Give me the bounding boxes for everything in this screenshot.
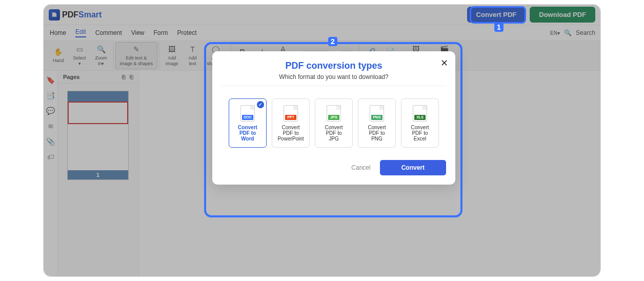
select-icon: ▭ bbox=[74, 45, 85, 54]
thumb-page-number: 1 bbox=[68, 170, 128, 179]
rail-bookmark2-icon[interactable]: 🏷 bbox=[47, 153, 54, 161]
edit-icon: ✎ bbox=[131, 45, 142, 54]
modal-title: PDF conversion types bbox=[222, 61, 446, 71]
page-remove-icon[interactable]: ⎗ bbox=[130, 74, 133, 80]
file-icon-jpg: JPG bbox=[327, 105, 341, 122]
modal-actions: Cancel Convert bbox=[222, 160, 446, 175]
file-icon-ppt: PPT bbox=[284, 105, 298, 122]
page-thumbnail[interactable]: 1 bbox=[67, 91, 129, 180]
modal-subtitle: Which format do you want to download? bbox=[222, 73, 446, 86]
menubar-right: EN▾ 🔍 Search bbox=[550, 29, 595, 36]
opt-line1: Convert bbox=[325, 125, 343, 130]
opt-line3: JPG bbox=[329, 136, 338, 142]
tool-edit-text-shapes[interactable]: ✎Edit text &image & shapes bbox=[115, 42, 158, 69]
menu-home[interactable]: Home bbox=[50, 29, 66, 36]
app-logo: PDFSmart bbox=[49, 9, 102, 21]
cancel-button[interactable]: Cancel bbox=[351, 164, 370, 171]
opt-line1: Convert bbox=[368, 125, 386, 130]
logo-text: PDFSmart bbox=[62, 10, 102, 19]
tool-select-label: Select▾ bbox=[73, 55, 86, 67]
rail-layers-icon[interactable]: ≋ bbox=[48, 122, 54, 130]
file-icon-xls: XLS bbox=[413, 105, 427, 122]
thumb-body bbox=[68, 102, 128, 124]
menu-comment[interactable]: Comment bbox=[95, 29, 122, 36]
menu-view[interactable]: View bbox=[131, 29, 145, 36]
opt-line3: PNG bbox=[371, 136, 383, 142]
option-png[interactable]: PNGConvertPDF toPNG bbox=[358, 98, 396, 148]
opt-line3: Excel bbox=[414, 136, 426, 142]
image-icon: 🖼 bbox=[167, 45, 177, 54]
logo-word-a: PDF bbox=[62, 10, 78, 19]
menu-form[interactable]: Form bbox=[154, 29, 168, 36]
rail-attach-icon[interactable]: 📎 bbox=[46, 137, 55, 146]
option-xls[interactable]: XLSConvertPDF toExcel bbox=[401, 98, 439, 148]
opt-line1: Convert bbox=[238, 125, 257, 130]
opt-line3: Word bbox=[241, 136, 254, 142]
hand-icon: ✋ bbox=[53, 47, 64, 56]
file-icon-doc: DOC bbox=[240, 105, 255, 122]
opt-line2: PDF to bbox=[369, 130, 385, 136]
rail-bookmark-icon[interactable]: 🔖 bbox=[46, 76, 55, 84]
conversion-modal: ✕ PDF conversion types Which format do y… bbox=[212, 51, 455, 185]
menubar: Home Edit Comment View Form Protect EN▾ … bbox=[44, 25, 600, 41]
text-icon: T bbox=[188, 45, 198, 54]
tool-hand-label: Hand bbox=[53, 58, 64, 64]
logo-icon bbox=[49, 9, 60, 21]
search-icon[interactable]: 🔍 bbox=[564, 29, 572, 36]
thumb-space bbox=[68, 124, 128, 170]
search-label[interactable]: Search bbox=[576, 29, 595, 36]
thumbnail-wrap: 1 bbox=[58, 84, 138, 187]
opt-line1: Convert bbox=[281, 125, 299, 130]
opt-line3: PowerPoint bbox=[277, 136, 304, 142]
opt-line2: PDF to bbox=[326, 130, 341, 136]
tool-add-image[interactable]: 🖼Addimage bbox=[161, 42, 183, 69]
rail-copy-icon[interactable]: 📑 bbox=[46, 91, 55, 99]
rail-comment-icon[interactable]: 💬 bbox=[46, 107, 55, 115]
tool-addimage-label: Addimage bbox=[166, 55, 178, 67]
menu-protect[interactable]: Protect bbox=[177, 29, 197, 36]
download-pdf-button[interactable]: Download PDF bbox=[530, 7, 595, 23]
opt-line2: PDF to bbox=[412, 130, 428, 136]
convert-button[interactable]: Convert bbox=[380, 160, 446, 175]
opt-line1: Convert bbox=[411, 125, 429, 130]
opt-line2: PDF to bbox=[239, 130, 256, 136]
tool-addtext-label: Addtext bbox=[189, 55, 197, 67]
file-icon-png: PNG bbox=[370, 105, 384, 122]
option-ppt[interactable]: PPTConvertPDF toPowerPoint bbox=[272, 98, 310, 148]
tool-zoom[interactable]: 🔍ZoomIn▾ bbox=[91, 42, 112, 69]
language-selector[interactable]: EN▾ bbox=[550, 30, 560, 36]
highlight-convert-button bbox=[470, 6, 526, 24]
menu-edit[interactable]: Edit bbox=[75, 28, 86, 37]
pages-actions: ⎘ ⎗ bbox=[122, 74, 133, 80]
option-doc[interactable]: ✓DOCConvertPDF toWord bbox=[229, 98, 267, 148]
option-jpg[interactable]: JPGConvertPDF toJPG bbox=[315, 98, 353, 148]
tool-zoom-label: ZoomIn▾ bbox=[95, 55, 107, 67]
tool-edit-label: Edit text &image & shapes bbox=[120, 55, 153, 67]
left-rail: 🔖 📑 💬 ≋ 📎 🏷 bbox=[44, 71, 58, 277]
opt-line2: PDF to bbox=[283, 130, 298, 136]
logo-word-b: Smart bbox=[78, 10, 102, 19]
pages-title: Pages bbox=[63, 74, 79, 80]
close-icon[interactable]: ✕ bbox=[440, 57, 448, 69]
page-add-icon[interactable]: ⎘ bbox=[122, 74, 126, 80]
pages-header: Pages ⎘ ⎗ bbox=[58, 71, 138, 84]
step-badge-2: 2 bbox=[328, 37, 337, 46]
conversion-options: ✓DOCConvertPDF toWordPPTConvertPDF toPow… bbox=[222, 98, 446, 148]
tool-add-text[interactable]: TAddtext bbox=[183, 42, 203, 69]
zoom-icon: 🔍 bbox=[96, 45, 106, 54]
check-icon: ✓ bbox=[257, 101, 264, 108]
pages-panel: Pages ⎘ ⎗ 1 bbox=[58, 71, 139, 277]
tool-select[interactable]: ▭Select▾ bbox=[69, 42, 91, 69]
thumb-topbar bbox=[68, 91, 128, 102]
step-badge-1: 1 bbox=[494, 23, 504, 32]
tool-hand[interactable]: ✋Hand bbox=[48, 42, 69, 69]
